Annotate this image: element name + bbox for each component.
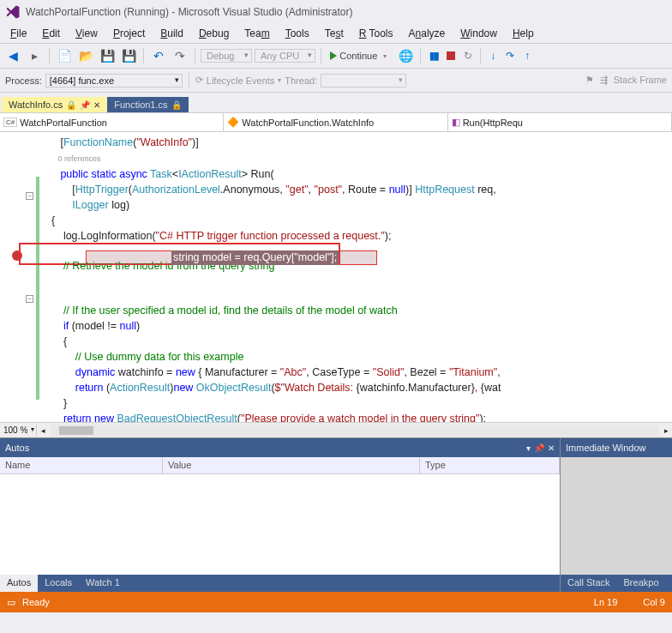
nav-class[interactable]: 🔶WatchPortalFunction.WatchInfo [224, 113, 447, 131]
menu-project[interactable]: Project [106, 26, 152, 41]
lock-icon: 🔒 [171, 100, 182, 110]
window-title: WatchPortalFunction (Running) - Microsof… [26, 6, 352, 18]
menu-build[interactable]: Build [153, 26, 190, 41]
menu-window[interactable]: Window [453, 26, 504, 41]
lifecycle-label[interactable]: Lifecycle Events [207, 75, 274, 86]
autos-grid[interactable] [0, 474, 560, 575]
threads-icon[interactable]: ⇶ [600, 75, 608, 85]
immediate-header: Immediate Window [561, 438, 672, 457]
menu-edit[interactable]: Edit [35, 26, 67, 41]
scroll-left-icon[interactable]: ◂ [37, 426, 49, 435]
menu-view[interactable]: View [69, 26, 105, 41]
new-file-icon[interactable]: 📄 [55, 46, 74, 65]
tab-locals[interactable]: Locals [38, 575, 79, 592]
thread-label: Thread: [285, 75, 317, 86]
tab-autos[interactable]: Autos [0, 575, 38, 592]
pin-icon[interactable]: 📌 [80, 100, 90, 110]
col-name[interactable]: Name [0, 457, 163, 473]
tab-watchinfo[interactable]: WatchInfo.cs 🔒 📌 ✕ [2, 97, 107, 112]
nav-project[interactable]: C#WatchPortalFunction [0, 113, 224, 131]
pause-icon[interactable]: ▮▮ [426, 48, 441, 63]
step-into-icon[interactable]: ↓ [485, 48, 501, 63]
current-line-highlight: string model = req.Query["model"]; [86, 250, 377, 265]
vs-logo-icon [5, 4, 21, 20]
close-icon[interactable]: ✕ [93, 100, 100, 110]
bottom-panels: Autos ▾📌✕ Name Value Type Autos Locals W… [0, 437, 672, 592]
close-icon[interactable]: ✕ [548, 443, 555, 453]
stop-icon[interactable] [443, 48, 459, 63]
menu-file[interactable]: File [3, 26, 33, 41]
nav-method[interactable]: ◧Run(HttpRequ [448, 113, 672, 131]
zoom-dropdown[interactable]: 100 % [0, 425, 37, 436]
step-out-icon[interactable]: ↑ [519, 48, 535, 63]
fold-icon[interactable]: − [26, 192, 33, 200]
file-tabs: WatchInfo.cs 🔒 📌 ✕ Function1.cs 🔒 [0, 93, 672, 113]
immediate-panel: Immediate Window Call Stack Breakpo [561, 438, 672, 592]
status-col: Col 9 [643, 597, 665, 607]
redo-icon[interactable]: ↷ [171, 46, 189, 65]
autos-tabs: Autos Locals Watch 1 [0, 575, 560, 592]
horizontal-scrollbar[interactable] [51, 425, 658, 437]
platform-dropdown[interactable]: Any CPU [255, 49, 315, 63]
menu-tools[interactable]: Tools [279, 26, 316, 41]
menu-test[interactable]: Test [318, 26, 351, 41]
status-ready: Ready [22, 597, 50, 607]
code-content[interactable]: [FunctionName("WatchInfo")] 0 references… [43, 132, 672, 422]
status-bar: ▭ Ready Ln 19 Col 9 [0, 592, 672, 612]
change-indicator [36, 177, 39, 400]
title-bar: WatchPortalFunction (Running) - Microsof… [0, 0, 672, 24]
editor-gutter[interactable]: − − [0, 132, 43, 422]
nav-fwd-button[interactable]: ▸ [25, 46, 44, 65]
status-icon: ▭ [7, 597, 15, 608]
col-type[interactable]: Type [420, 457, 560, 473]
menu-debug[interactable]: Debug [192, 26, 236, 41]
process-label: Process: [5, 75, 42, 86]
continue-button[interactable]: Continue [327, 50, 393, 62]
class-icon: 🔶 [227, 117, 239, 128]
editor-footer: 100 % ◂ ▸ [0, 422, 672, 437]
lock-icon: 🔒 [66, 100, 76, 110]
tab-function1[interactable]: Function1.cs 🔒 [107, 97, 188, 112]
nav-back-button[interactable]: ◀ [3, 46, 22, 65]
lifecycle-icon[interactable]: ⟳ [195, 75, 203, 86]
stackframe-label[interactable]: Stack Frame [614, 75, 667, 85]
col-value[interactable]: Value [163, 457, 420, 473]
pin-icon[interactable]: 📌 [534, 443, 544, 453]
flag-icon[interactable]: ⚑ [585, 75, 594, 85]
process-toolbar: Process: [4664] func.exe ⟳ Lifecycle Eve… [0, 69, 672, 93]
thread-dropdown[interactable] [321, 74, 406, 87]
menu-team[interactable]: Team [237, 26, 276, 41]
code-nav-bar: C#WatchPortalFunction 🔶WatchPortalFuncti… [0, 113, 672, 132]
save-icon[interactable]: 💾 [98, 46, 117, 65]
save-all-icon[interactable]: 💾 [119, 46, 138, 65]
tab-watch1[interactable]: Watch 1 [79, 575, 127, 592]
play-icon [330, 51, 337, 60]
menu-rtools[interactable]: R Tools [352, 26, 400, 41]
autos-header: Autos ▾📌✕ [0, 438, 560, 457]
menu-help[interactable]: Help [506, 26, 541, 41]
autos-panel: Autos ▾📌✕ Name Value Type Autos Locals W… [0, 438, 561, 592]
method-icon: ◧ [452, 117, 460, 128]
process-dropdown[interactable]: [4664] func.exe [45, 74, 183, 87]
immediate-body[interactable] [561, 457, 672, 575]
scrollbar-thumb[interactable] [59, 426, 93, 435]
debug-controls: ▮▮ ↻ ↓ ↷ ↑ [426, 48, 535, 63]
autos-columns: Name Value Type [0, 457, 560, 474]
scroll-right-icon[interactable]: ▸ [660, 426, 672, 435]
status-line: Ln 19 [594, 597, 618, 607]
restart-icon[interactable]: ↻ [460, 48, 476, 63]
dropdown-icon[interactable]: ▾ [526, 443, 531, 453]
fold-icon[interactable]: − [26, 295, 33, 303]
tab-breakpoints[interactable]: Breakpo [617, 575, 666, 592]
tab-callstack[interactable]: Call Stack [561, 575, 617, 592]
browser-icon[interactable]: 🌐 [396, 46, 415, 65]
menu-bar: File Edit View Project Build Debug Team … [0, 24, 672, 43]
main-toolbar: ◀ ▸ 📄 📂 💾 💾 ↶ ↷ Debug Any CPU Continue 🌐… [0, 43, 672, 69]
open-file-icon[interactable]: 📂 [76, 46, 95, 65]
code-editor[interactable]: − − [FunctionName("WatchInfo")] 0 refere… [0, 132, 672, 422]
immediate-tabs: Call Stack Breakpo [561, 575, 672, 592]
config-dropdown[interactable]: Debug [201, 49, 252, 63]
step-over-icon[interactable]: ↷ [502, 48, 518, 63]
menu-analyze[interactable]: Analyze [402, 26, 453, 41]
undo-icon[interactable]: ↶ [149, 46, 168, 65]
